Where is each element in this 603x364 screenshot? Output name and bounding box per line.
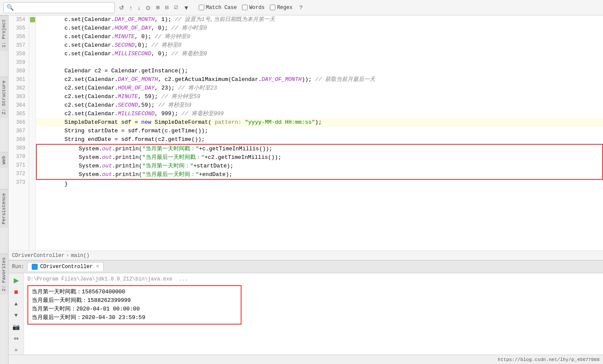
breadcrumb-bar: CDriverController › main(): [9, 251, 603, 260]
gutter-row-364: [29, 103, 36, 111]
line-367: 367: [9, 127, 25, 135]
sidebar-tab-persistence[interactable]: Persistence: [0, 189, 8, 228]
output-line-3: 当月第一天时间：2020-04-01 00:00:00: [32, 305, 237, 313]
code-line-356: c.set(Calendar.MINUTE, 0); // 将分钟至0: [36, 33, 603, 41]
gutter-row-361: [29, 77, 36, 86]
sidebar-tab-structure[interactable]: Z: Structure: [0, 77, 8, 118]
red-bordered-region: System.out.println("当月第一天时间戳："+c.getTime…: [36, 144, 603, 180]
code-line-354: c.set(Calendar.DAY_OF_MONTH, 1); // 设置为1…: [36, 15, 603, 24]
code-line-360: Calendar c2 = Calendar.getInstance();: [36, 67, 603, 75]
filter-btn3[interactable]: ☑: [172, 4, 180, 11]
run-tab-name: CDriverController: [40, 264, 93, 270]
line-373: 373: [9, 178, 25, 187]
gutter-row-360: [29, 69, 36, 77]
code-line-361: c2.set(Calendar.DAY_OF_MONTH, c2.getActu…: [36, 75, 603, 84]
search-bar: 🔍 ↺ ↑ ↓ ⊙ ⊞ ⊟ ☑ ▼ Match Case Words Regex…: [0, 0, 603, 15]
line-358: 358: [9, 50, 25, 58]
gutter-row-368: [29, 137, 36, 146]
code-line-363: c2.set(Calendar.MINUTE, 59); // 将分钟至59: [36, 92, 603, 101]
code-content-area: 354 355 356 357 358 359 360 361 362 363 …: [9, 15, 603, 364]
run-scroll-up-btn[interactable]: ▲: [11, 299, 21, 308]
line-356: 356: [9, 33, 25, 41]
search-icon: 🔍: [6, 4, 14, 11]
code-line-371: System.out.println("当月第一天时间："+startDate)…: [37, 162, 602, 170]
filter-icon[interactable]: ▼: [182, 3, 191, 12]
gutter-row-354: [29, 17, 36, 26]
code-line-367: String startDate = sdf.format(c.getTime(…: [36, 127, 603, 135]
code-line-373: }: [36, 180, 603, 188]
code-line-358: c.set(Calendar.MILLISECOND, 0); // 将毫秒至0: [36, 50, 603, 58]
regex-label: Regex: [277, 5, 293, 11]
status-bar: https://blog.csdn.net/lhy/p_45677088: [9, 355, 603, 364]
output-box: 当月第一天时间戳：1585670400000 当月最后一天时间戳：1588262…: [27, 285, 242, 325]
gutter-row-371: [29, 163, 36, 171]
breadcrumb-method[interactable]: main(): [71, 253, 90, 259]
match-case-checkbox[interactable]: [199, 5, 204, 10]
line-363: 363: [9, 92, 25, 101]
run-label: Run:: [12, 264, 24, 270]
gutter-row-370: [29, 154, 36, 163]
words-option[interactable]: Words: [242, 5, 265, 11]
search-input[interactable]: [15, 4, 112, 11]
code-line-357: c.set(Calendar.SECOND,0); // 将秒至0: [36, 41, 603, 50]
line-357: 357: [9, 41, 25, 50]
run-play-btn[interactable]: ▶: [11, 276, 21, 285]
run-sidebar: ▶ ■ ▲ ▼ 📷 ⇔ »: [9, 273, 24, 355]
line-371: 371: [9, 161, 25, 170]
breadcrumb-class[interactable]: CDriverController: [12, 253, 64, 259]
line-372: 372: [9, 170, 25, 178]
code-scroll-area[interactable]: 354 355 356 357 358 359 360 361 362 363 …: [9, 15, 603, 251]
search-actions: ↺ ↑ ↓ ⊙ ⊞ ⊟ ☑ ▼: [117, 3, 191, 12]
words-checkbox[interactable]: [242, 5, 248, 10]
prev-btn[interactable]: ↑: [128, 3, 134, 12]
run-stop-btn[interactable]: ■: [11, 287, 21, 296]
regex-option[interactable]: Regex: [270, 5, 293, 11]
find-usages-btn[interactable]: ⊙: [144, 3, 152, 12]
line-360: 360: [9, 67, 25, 75]
sidebar-tab-project[interactable]: 1: Project: [0, 15, 8, 51]
refresh-btn[interactable]: ↺: [117, 3, 126, 12]
search-input-wrap[interactable]: 🔍: [3, 2, 115, 13]
regex-checkbox[interactable]: [270, 5, 275, 10]
run-scroll-down-btn[interactable]: ▼: [11, 310, 21, 319]
filter-btn2[interactable]: ⊟: [163, 4, 170, 11]
run-tab-icon: [32, 264, 38, 270]
code-line-362: c2.set(Calendar.HOUR_OF_DAY, 23); // 将小时…: [36, 84, 603, 92]
run-camera-btn[interactable]: 📷: [11, 322, 21, 331]
sidebar-tab-web[interactable]: Web: [0, 152, 8, 168]
line-362: 362: [9, 84, 25, 92]
run-more-btn[interactable]: »: [11, 346, 21, 355]
breadcrumb-sep: ›: [66, 253, 69, 259]
line-368: 368: [9, 135, 25, 144]
gutter-row-367: [29, 128, 36, 137]
code-line-366: SimpleDateFormat sdf = new SimpleDateFor…: [36, 118, 603, 127]
code-area[interactable]: c.set(Calendar.DAY_OF_MONTH, 1); // 设置为1…: [36, 15, 603, 251]
output-line-1: 当月第一天时间戳：1585670400000: [32, 288, 237, 296]
line-354: 354: [9, 15, 25, 24]
search-options: Match Case Words Regex ?: [199, 3, 304, 12]
code-line-364: c2.set(Calendar.SECOND,59); // 将秒至59: [36, 101, 603, 110]
gutter-row-366: [29, 120, 36, 128]
code-line-368: String endDate = sdf.format(c2.getTime()…: [36, 135, 603, 144]
run-tab[interactable]: CDriverController ×: [27, 262, 104, 271]
next-btn[interactable]: ↓: [136, 3, 142, 12]
filter-btn1[interactable]: ⊞: [154, 4, 161, 11]
gutter-row-358: [29, 51, 36, 60]
gutter-row-372: [29, 171, 36, 180]
help-button[interactable]: ?: [298, 3, 304, 12]
run-panel-content: ▶ ■ ▲ ▼ 📷 ⇔ » D:\Program Files\Java\jdk1…: [9, 273, 603, 355]
gutter: [29, 15, 36, 251]
gutter-row-356: [29, 34, 36, 43]
gutter-row-357: [29, 43, 36, 51]
line-numbers: 354 355 356 357 358 359 360 361 362 363 …: [9, 15, 29, 251]
line-364: 364: [9, 101, 25, 110]
sidebar-tab-favorites[interactable]: 2: Favorites: [0, 254, 8, 295]
run-wrap-btn[interactable]: ⇔: [11, 334, 21, 343]
code-line-372: System.out.println("当月最后一天时间："+endDate);: [37, 170, 602, 179]
gutter-row-359: [29, 60, 36, 69]
status-url: https://blog.csdn.net/lhy/p_45677088: [498, 357, 600, 362]
code-line-369: System.out.println("当月第一天时间戳："+c.getTime…: [37, 145, 602, 153]
run-panel: Run: CDriverController × ▶ ■ ▲ ▼ 📷 ⇔ »: [9, 260, 603, 355]
run-tab-close[interactable]: ×: [96, 264, 99, 270]
match-case-option[interactable]: Match Case: [199, 5, 237, 11]
